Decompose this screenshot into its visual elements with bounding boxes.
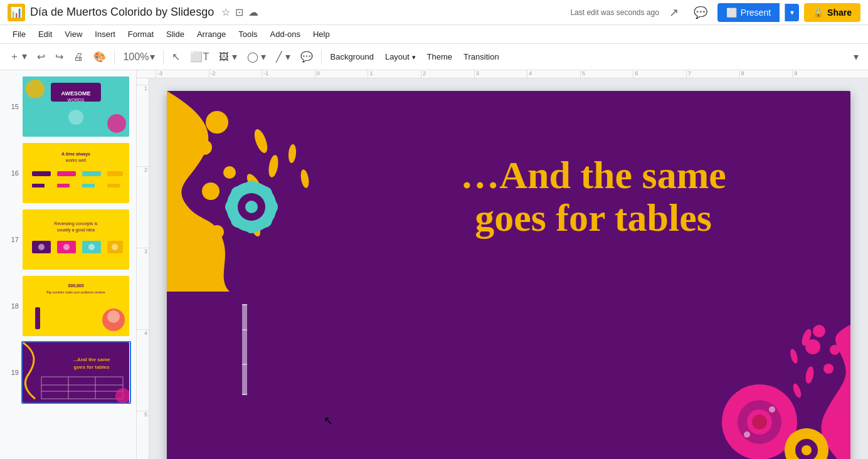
star-icon[interactable]: ☆ <box>221 6 230 18</box>
svg-text:A time always: A time always <box>61 152 90 157</box>
ruler-mark: 0 <box>315 70 368 78</box>
chat-icon-btn[interactable]: 💬 <box>689 3 712 22</box>
menu-bar: File Edit View Insert Format Slide Arran… <box>0 25 868 44</box>
redo-button[interactable]: ↪ <box>51 48 68 66</box>
menu-edit[interactable]: Edit <box>33 28 57 41</box>
svg-point-27 <box>88 244 95 250</box>
layout-caret: ▾ <box>412 53 416 61</box>
menu-slide[interactable]: Slide <box>161 28 189 41</box>
slide-num-15: 15 <box>8 103 19 110</box>
zoom-level-label: 100% <box>123 51 149 63</box>
slide-thumbnail-wrapper-16: 16 A time always works well <box>21 142 131 204</box>
menu-view[interactable]: View <box>60 28 87 41</box>
present-dropdown-button[interactable]: ▾ <box>785 4 799 21</box>
main-area: 15 AWESOME WORDS 16 <box>0 70 868 459</box>
svg-rect-13 <box>107 171 123 176</box>
slide-thumbnail-wrapper-18: 18 300,000 Big numbers make your audienc… <box>21 275 131 337</box>
slide-num-17: 17 <box>8 236 19 243</box>
slide-title-line2: goes for tables <box>386 196 800 239</box>
slide-thumb-svg-16: A time always works well <box>23 143 129 203</box>
image-tool[interactable]: 🖼 ▾ <box>214 48 241 66</box>
svg-point-82 <box>744 431 750 438</box>
share-label: Share <box>827 8 852 18</box>
ruler-mark: 7 <box>686 70 739 78</box>
ruler-v-mark: 1 <box>137 85 149 166</box>
svg-point-93 <box>802 445 812 455</box>
ruler-mark: 8 <box>739 70 793 78</box>
svg-point-73 <box>789 348 799 364</box>
zoom-level-button[interactable]: 100% ▾ <box>119 48 159 66</box>
table-cell <box>245 330 246 364</box>
menu-insert[interactable]: Insert <box>90 28 120 41</box>
paint-format-button[interactable]: 🎨 <box>89 48 110 66</box>
ruler-mark: -1 <box>262 70 315 78</box>
trending-icon-btn[interactable]: ↗ <box>664 3 684 22</box>
menu-tools[interactable]: Tools <box>233 28 262 41</box>
slide-thumb-img-15: AWESOME WORDS <box>23 76 129 137</box>
svg-rect-11 <box>57 171 76 176</box>
menu-addons[interactable]: Add-ons <box>265 28 305 41</box>
svg-point-50 <box>252 127 270 154</box>
shapes-tool[interactable]: ◯ ▾ <box>243 48 270 66</box>
table-cell <box>245 305 246 330</box>
slide-num-19: 19 <box>8 369 19 376</box>
print-button[interactable]: 🖨 <box>69 48 88 66</box>
svg-text:AWESOME: AWESOME <box>61 90 90 97</box>
table-row <box>243 364 246 394</box>
svg-point-47 <box>202 182 220 200</box>
present-button[interactable]: ⬜ Present <box>717 3 780 22</box>
collapse-toolbar-button[interactable]: ▾ <box>849 48 863 66</box>
slide-table[interactable] <box>242 304 247 395</box>
menu-file[interactable]: File <box>8 28 31 41</box>
ruler-v-mark: 5 <box>137 411 149 459</box>
menu-arrange[interactable]: Arrange <box>192 28 231 41</box>
svg-point-26 <box>63 244 70 250</box>
slide-num-18: 18 <box>8 302 19 310</box>
svg-point-56 <box>299 169 310 189</box>
share-button[interactable]: 🔒 Share <box>804 3 860 22</box>
theme-button[interactable]: Theme <box>422 49 457 65</box>
svg-rect-17 <box>107 184 120 187</box>
deco-top-left <box>167 91 361 292</box>
svg-point-6 <box>68 110 83 125</box>
slide-thumbnail-15[interactable]: AWESOME WORDS <box>21 75 131 138</box>
menu-help[interactable]: Help <box>308 28 335 41</box>
svg-rect-35 <box>23 342 129 403</box>
toolbar-right: ▾ <box>849 48 863 66</box>
main-slide[interactable]: …And the same goes for tables <box>167 91 850 459</box>
lines-tool[interactable]: ╱ ▾ <box>272 48 294 66</box>
table-row <box>243 305 246 330</box>
title-bar: 📊 Día de Muertos Colorido by Slidesgo ☆ … <box>0 0 868 25</box>
table-row <box>243 330 246 364</box>
svg-point-5 <box>107 114 126 133</box>
menu-format[interactable]: Format <box>123 28 159 41</box>
ruler-v-mark: 4 <box>137 329 149 411</box>
cloud-icon[interactable]: ☁ <box>248 6 258 18</box>
comment-tool[interactable]: 💬 <box>296 48 317 66</box>
slide-thumbnail-wrapper-19: 19 ...And the same goes for tables <box>21 341 131 404</box>
svg-point-4 <box>26 80 45 98</box>
table-cell <box>245 364 246 394</box>
slide-thumbnail-16[interactable]: A time always works well <box>21 142 131 204</box>
select-tool[interactable]: ↖ <box>167 48 184 66</box>
background-button[interactable]: Background <box>326 49 379 65</box>
slide-thumbnail-18[interactable]: 300,000 Big numbers make your audience c… <box>21 275 131 337</box>
svg-point-45 <box>197 140 212 155</box>
doc-title: Día de Muertos Colorido by Slidesgo <box>30 6 214 19</box>
undo-button[interactable]: ↩ <box>33 48 50 66</box>
ruler-v-mark: 2 <box>137 166 149 248</box>
present-icon: ⬜ <box>726 8 737 18</box>
slide-thumbnail-19[interactable]: ...And the same goes for tables <box>21 341 131 404</box>
layout-button[interactable]: Layout ▾ <box>380 49 421 65</box>
toolbar: ＋ ▾ ↩ ↪ 🖨 🎨 100% ▾ ↖ ⬜T 🖼 ▾ ◯ ▾ ╱ ▾ 💬 Ba… <box>0 44 868 70</box>
text-box-tool[interactable]: ⬜T <box>186 48 213 66</box>
slide-thumbnail-17[interactable]: Reviewing concepts is usually a good ide… <box>21 208 131 271</box>
ruler-mark: 3 <box>474 70 527 78</box>
svg-point-25 <box>38 244 45 250</box>
transition-button[interactable]: Transition <box>458 49 504 65</box>
add-button[interactable]: ＋ ▾ <box>5 47 31 66</box>
svg-point-71 <box>823 364 834 374</box>
folder-icon[interactable]: ⊡ <box>235 6 243 18</box>
slide-thumb-img-17: Reviewing concepts is usually a good ide… <box>23 209 129 270</box>
svg-point-33 <box>107 310 120 323</box>
